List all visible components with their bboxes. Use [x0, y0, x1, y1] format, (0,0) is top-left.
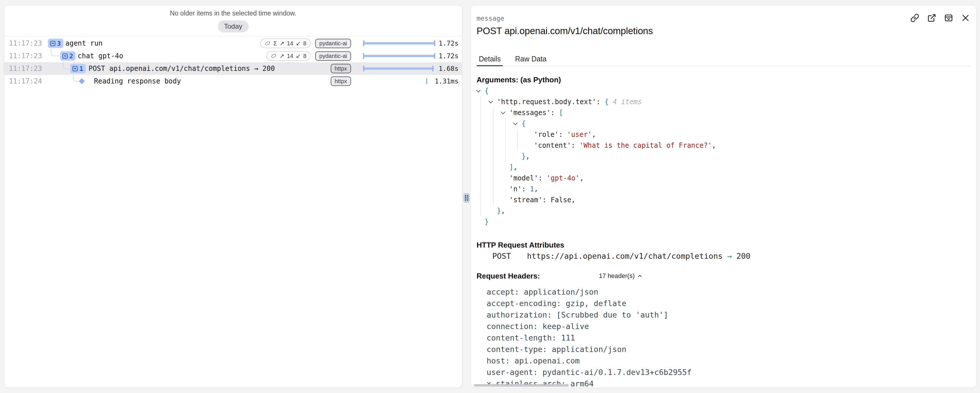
headers-count-label: 17 header(s) [599, 272, 635, 280]
code-token: 1 [530, 185, 534, 193]
timeline-panel: No older items in the selected time wind… [4, 5, 462, 388]
code-token: , [501, 207, 505, 215]
duration-value: 1.68s [439, 65, 458, 72]
code-token: { [522, 120, 525, 128]
code-token: } [497, 207, 501, 215]
request-header-line: accept: application/json [487, 286, 598, 297]
indent-guide [517, 129, 518, 151]
headers-count-toggle[interactable]: 17 header(s) [599, 272, 643, 280]
input-tokens: 14 [287, 40, 293, 47]
collapse-caret-icon[interactable] [513, 121, 518, 125]
indent-guide [493, 107, 493, 205]
code-token: : [522, 185, 530, 193]
scope-tag: pydantic-ai [315, 51, 351, 61]
close-icon[interactable] [961, 13, 970, 22]
token-usage-pill[interactable]: Σ↗14↙8 [260, 38, 310, 48]
token-usage-pill[interactable]: ↗14↙8 [266, 51, 310, 61]
http-attributes-heading: HTTP Request Attributes [477, 241, 564, 249]
duration-bar [363, 78, 436, 84]
code-token: 'stream' [509, 196, 542, 204]
span-label: Reading response body [94, 77, 181, 85]
code-line: 'model': 'gpt-4o', [509, 173, 584, 184]
duration-value: 1.72s [439, 40, 458, 47]
span-label: POST api.openai.com/v1/chat/completions … [89, 64, 275, 73]
duration-bar [363, 66, 436, 72]
collapse-caret-icon[interactable] [488, 99, 493, 104]
tab-details[interactable]: Details [477, 52, 503, 66]
collapse-caret-icon[interactable] [501, 110, 506, 115]
output-tokens: 8 [303, 40, 306, 47]
code-token: 'model' [509, 174, 538, 182]
dock-panel-icon[interactable] [944, 13, 953, 22]
arguments-heading: Arguments: (as Python) [477, 75, 561, 84]
code-token: } [485, 218, 488, 226]
span-label: chat gpt-4o [78, 52, 123, 60]
collapse-badge[interactable]: 2 [60, 51, 76, 61]
tab-raw-data[interactable]: Raw Data [513, 52, 549, 66]
duration-value: 1.72s [439, 52, 458, 60]
code-line: ], [509, 162, 517, 173]
span-row[interactable]: 11:17:231POST api.openai.com/v1/chat/com… [4, 62, 462, 75]
horizontal-scrollbar-thumb[interactable] [474, 384, 569, 387]
span-row[interactable]: 11:17:233agent runΣ↗14↙8pydantic-ai1.72s [4, 37, 462, 50]
panel-resize-handle[interactable] [463, 193, 470, 203]
detail-toolbar [910, 13, 970, 22]
detail-tabs: DetailsRaw Data [477, 52, 970, 66]
code-line: 'http.request.body.text': { 4 items [497, 96, 642, 107]
request-headers-heading: Request Headers: [477, 272, 540, 281]
collapse-badge[interactable]: 1 [70, 64, 86, 73]
code-token: 'gpt-4o' [546, 174, 580, 182]
code-token: , [712, 141, 716, 149]
input-tokens-arrow-icon: ↗ [279, 53, 284, 59]
child-count: 2 [69, 53, 73, 60]
code-token: , [525, 152, 530, 160]
code-line: }, [497, 205, 505, 216]
detail-panel: message POST api.openai.com/v1/chat/comp… [471, 5, 977, 388]
detail-title: POST api.openai.com/v1/chat/completions [477, 26, 653, 37]
empty-timeline-message: No older items in the selected time wind… [4, 10, 462, 17]
code-token: { [605, 98, 613, 106]
request-header-line: connection: keep-alive [487, 320, 589, 332]
tree-connector [73, 74, 79, 81]
span-label: agent run [65, 39, 103, 47]
http-method: POST [492, 252, 511, 260]
code-token: 'user' [567, 131, 592, 139]
link-icon[interactable] [910, 13, 919, 22]
collapse-caret-icon[interactable] [476, 88, 481, 93]
collapse-square-minus-icon [62, 53, 68, 59]
timeline-header: No older items in the selected time wind… [4, 5, 462, 37]
log-diamond-icon [79, 78, 85, 84]
row-pills: httpx [331, 77, 351, 86]
collapse-square-minus-icon [73, 66, 78, 71]
open-external-icon[interactable] [927, 13, 936, 22]
span-row[interactable]: 11:17:232chat gpt-4o↗14↙8pydantic-ai1.72… [4, 50, 462, 62]
code-token: : [542, 196, 551, 204]
input-tokens: 14 [287, 53, 293, 59]
code-line: { [522, 118, 525, 129]
row-pills: Σ↗14↙8pydantic-ai [260, 38, 351, 48]
code-token: False [551, 196, 571, 204]
code-line: 'n': 1, [509, 184, 538, 195]
code-token: 'messages' [509, 109, 551, 117]
code-token: 'n' [509, 185, 522, 193]
output-tokens: 8 [303, 53, 306, 59]
child-count: 1 [80, 65, 83, 72]
code-token: , [580, 174, 584, 182]
http-url: https://api.openai.com/v1/chat/completio… [527, 252, 723, 260]
collapse-badge[interactable]: 3 [48, 39, 63, 48]
today-button[interactable]: Today [218, 20, 248, 32]
code-token: 4 items [613, 98, 642, 106]
request-header-line: user-agent: pydantic-ai/0.1.7.dev13+c6b2… [487, 366, 692, 378]
code-token: : [538, 174, 546, 182]
row-timestamp: 11:17:23 [9, 39, 42, 47]
row-timestamp: 11:17:23 [9, 52, 42, 60]
span-kind-label: message [477, 14, 504, 22]
code-line: { [485, 85, 488, 96]
collapse-square-minus-icon [50, 41, 55, 46]
http-status-code: 200 [737, 252, 751, 260]
row-timestamp: 11:17:23 [9, 64, 42, 73]
code-line: 'content': 'What is the capital of Franc… [534, 140, 716, 151]
status-arrow-icon: → [727, 252, 732, 260]
code-token: , [534, 185, 538, 193]
code-token: [ [559, 109, 563, 117]
